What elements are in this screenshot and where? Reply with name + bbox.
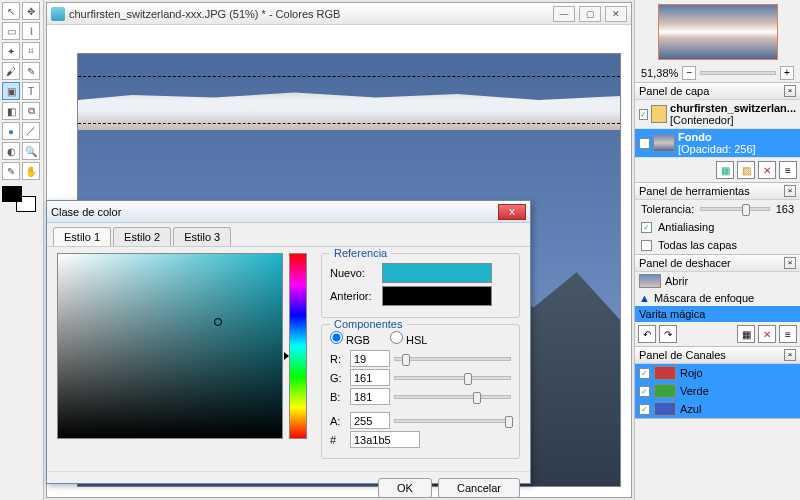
layer-row[interactable]: ✓ Fondo [Opacidad: 256] xyxy=(635,129,800,158)
undo-clear-button[interactable]: ▦ xyxy=(737,325,755,343)
tool-text[interactable]: T xyxy=(22,82,40,100)
antialias-checkbox[interactable]: ✓ xyxy=(641,222,652,233)
antialias-label: Antialiasing xyxy=(658,221,714,233)
tool-marquee[interactable]: ▭ xyxy=(2,22,20,40)
zoom-panel: 51,38% − + xyxy=(635,0,800,83)
color-swatches[interactable] xyxy=(2,186,40,216)
tool-gradient[interactable]: ◐ xyxy=(2,142,20,160)
channel-checkbox[interactable]: ✓ xyxy=(639,368,650,379)
channel-checkbox[interactable]: ✓ xyxy=(639,386,650,397)
zoom-in-button[interactable]: + xyxy=(780,66,794,80)
tool-picker[interactable]: ✎ xyxy=(2,162,20,180)
tool-move[interactable]: ✥ xyxy=(22,2,40,20)
old-color-label: Anterior: xyxy=(330,290,382,302)
zoom-value: 51,38% xyxy=(641,67,678,79)
undo-panel-title: Panel de deshacer xyxy=(639,257,784,269)
hex-input[interactable] xyxy=(350,431,420,448)
rgb-radio[interactable]: RGB xyxy=(330,331,370,346)
layer-thumbnail xyxy=(653,134,675,152)
components-legend: Componentes xyxy=(330,318,407,330)
ok-button[interactable]: OK xyxy=(378,478,432,498)
tolerance-slider[interactable] xyxy=(700,207,769,211)
channel-checkbox[interactable]: ✓ xyxy=(639,404,650,415)
channel-row[interactable]: ✓Rojo xyxy=(635,364,800,382)
tolerance-value: 163 xyxy=(776,203,794,215)
layer-menu-button[interactable]: ≡ xyxy=(779,161,797,179)
channels-panel-title: Panel de Canales xyxy=(639,349,784,361)
layer-thumbnail xyxy=(651,105,667,123)
undo-item[interactable]: ▲Máscara de enfoque xyxy=(635,290,800,306)
old-color-swatch[interactable] xyxy=(382,286,492,306)
dialog-close-button[interactable]: X xyxy=(498,204,526,220)
tool-bucket[interactable]: ▣ xyxy=(2,82,20,100)
style-tab-1[interactable]: Estilo 1 xyxy=(53,227,111,246)
undo-menu-button[interactable]: ≡ xyxy=(779,325,797,343)
dialog-titlebar[interactable]: Clase de color X xyxy=(47,201,530,223)
close-button[interactable]: ✕ xyxy=(605,6,627,22)
all-layers-checkbox[interactable] xyxy=(641,240,652,251)
layer-visible-checkbox[interactable]: ✓ xyxy=(639,109,648,120)
panel-close-icon[interactable]: × xyxy=(784,85,796,97)
tool-wand[interactable]: ✦ xyxy=(2,42,20,60)
tool-clone[interactable]: ⧉ xyxy=(22,102,40,120)
tool-lasso[interactable]: ⌇ xyxy=(22,22,40,40)
a-input[interactable] xyxy=(350,412,390,429)
layer-delete-button[interactable]: ✕ xyxy=(758,161,776,179)
color-field[interactable] xyxy=(57,253,283,439)
tool-pointer[interactable]: ↖ xyxy=(2,2,20,20)
g-slider[interactable] xyxy=(394,376,511,380)
side-panels: 51,38% − + Panel de capa× ✓ churfirsten_… xyxy=(634,0,800,500)
tool-zoom[interactable]: 🔍 xyxy=(22,142,40,160)
layer-duplicate-button[interactable]: ▧ xyxy=(737,161,755,179)
zoom-out-button[interactable]: − xyxy=(682,66,696,80)
b-input[interactable] xyxy=(350,388,390,405)
minimize-button[interactable]: — xyxy=(553,6,575,22)
panel-close-icon[interactable]: × xyxy=(784,349,796,361)
tool-eraser[interactable]: ◧ xyxy=(2,102,20,120)
tool-shape[interactable]: ● xyxy=(2,122,20,140)
document-title: churfirsten_switzerland-xxx.JPG (51%) * … xyxy=(69,8,549,20)
hue-slider[interactable] xyxy=(289,253,307,439)
panel-close-icon[interactable]: × xyxy=(784,257,796,269)
g-input[interactable] xyxy=(350,369,390,386)
navigator-preview[interactable] xyxy=(658,4,778,60)
color-picker-cursor xyxy=(214,318,222,326)
tolerance-label: Tolerancia: xyxy=(641,203,694,215)
undo-back-button[interactable]: ↶ xyxy=(638,325,656,343)
layer-name: Fondo xyxy=(678,131,796,143)
maximize-button[interactable]: ▢ xyxy=(579,6,601,22)
a-slider[interactable] xyxy=(394,419,511,423)
r-input[interactable] xyxy=(350,350,390,367)
layer-visible-checkbox[interactable]: ✓ xyxy=(639,138,650,149)
zoom-slider[interactable] xyxy=(700,71,776,75)
channels-panel: Panel de Canales× ✓Rojo ✓Verde ✓Azul xyxy=(635,347,800,419)
tool-pencil[interactable]: ✎ xyxy=(22,62,40,80)
layer-add-button[interactable]: ▦ xyxy=(716,161,734,179)
cancel-button[interactable]: Cancelar xyxy=(438,478,520,498)
tool-brush[interactable]: 🖌 xyxy=(2,62,20,80)
undo-item[interactable]: Varita mágica xyxy=(635,306,800,322)
new-color-swatch[interactable] xyxy=(382,263,492,283)
dialog-title: Clase de color xyxy=(51,206,498,218)
g-label: G: xyxy=(330,372,346,384)
layers-panel: Panel de capa× ✓ churfirsten_switzerlan.… xyxy=(635,83,800,183)
undo-forward-button[interactable]: ↷ xyxy=(659,325,677,343)
tool-crop[interactable]: ⌗ xyxy=(22,42,40,60)
layer-row[interactable]: ✓ churfirsten_switzerlan... [Contenedor] xyxy=(635,100,800,129)
undo-delete-button[interactable]: ✕ xyxy=(758,325,776,343)
undo-item[interactable]: Abrir xyxy=(635,272,800,290)
style-tab-3[interactable]: Estilo 3 xyxy=(173,227,231,246)
b-slider[interactable] xyxy=(394,395,511,399)
channel-row[interactable]: ✓Azul xyxy=(635,400,800,418)
r-label: R: xyxy=(330,353,346,365)
tool-panel-title: Panel de herramientas xyxy=(639,185,784,197)
hsl-radio[interactable]: HSL xyxy=(390,331,427,346)
panel-close-icon[interactable]: × xyxy=(784,185,796,197)
hex-label: # xyxy=(330,434,346,446)
r-slider[interactable] xyxy=(394,357,511,361)
tool-line[interactable]: ／ xyxy=(22,122,40,140)
style-tab-2[interactable]: Estilo 2 xyxy=(113,227,171,246)
tool-hand[interactable]: ✋ xyxy=(22,162,40,180)
layer-subtitle: [Opacidad: 256] xyxy=(678,143,796,155)
channel-row[interactable]: ✓Verde xyxy=(635,382,800,400)
